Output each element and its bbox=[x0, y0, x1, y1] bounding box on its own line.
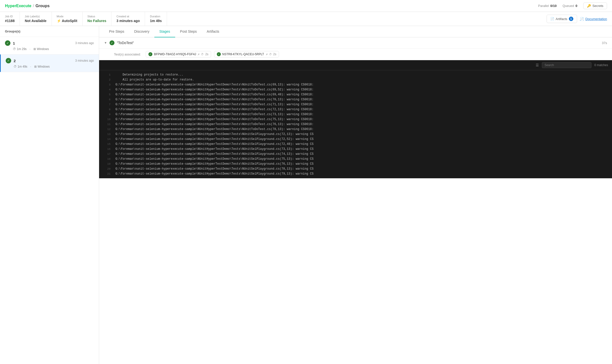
tab-post-steps[interactable]: Post Steps bbox=[175, 26, 202, 37]
log-line: 9G:\foreman\nunit-selenium-hyperexecute-… bbox=[99, 112, 612, 117]
tab-discovery[interactable]: Discovery bbox=[129, 26, 154, 37]
group-number-1: 1 bbox=[13, 41, 15, 45]
log-line-num: 20 bbox=[103, 167, 111, 171]
log-line-num: 7 bbox=[103, 102, 111, 107]
test-id-1: BFPWD-T8AOZ-HY6Q5-FGF4J bbox=[154, 52, 196, 56]
log-line-text: All projects are up-to-date for restore. bbox=[115, 78, 194, 82]
artifacts-button[interactable]: 📄 Artifacts 1 bbox=[547, 15, 577, 23]
mode-value: ⚡ AutoSplit bbox=[57, 19, 77, 23]
log-line: 16G:\foreman\nunit-selenium-hyperexecute… bbox=[99, 147, 612, 152]
groups-link[interactable]: Groups bbox=[35, 4, 50, 8]
created-at-cell: Created at 3 minutes ago bbox=[116, 12, 145, 26]
tab-stages[interactable]: Stages bbox=[154, 26, 175, 37]
log-line-num: 18 bbox=[103, 157, 111, 161]
chevron-down-icon[interactable]: ▼ bbox=[104, 41, 107, 45]
test-badge-2[interactable]: ✓ NSTR8-KTKYL-QACEU-5RPLT ↗ ⏱ 2s bbox=[214, 51, 279, 57]
log-line-num: 6 bbox=[103, 97, 111, 102]
queued-stat: Queued 0 bbox=[562, 4, 577, 8]
log-line-text: G:\foreman\nunit-selenium-hyperexecute-s… bbox=[115, 127, 313, 131]
job-id-label: Job ID bbox=[5, 15, 15, 18]
clock-icon-1: ⏱ bbox=[13, 47, 16, 51]
log-lines-icon: ☰ bbox=[536, 63, 539, 67]
log-line: 15G:\foreman\nunit-selenium-hyperexecute… bbox=[99, 142, 612, 147]
status-label: Status bbox=[87, 15, 106, 18]
status-cell: Status No Failures bbox=[87, 12, 111, 26]
group-check-1: ✓ bbox=[5, 40, 10, 46]
documentation-button[interactable]: 📄 Documentation bbox=[580, 17, 607, 21]
windows-icon-2: ⊞ bbox=[34, 65, 37, 68]
log-line-num: 3 bbox=[103, 82, 111, 87]
test-badge-1[interactable]: ✓ BFPWD-T8AOZ-HY6Q5-FGF4J ↗ ⏱ 2s bbox=[146, 51, 211, 57]
stage-name: "ToDoTest" bbox=[117, 41, 134, 45]
tab-pre-steps[interactable]: Pre Steps bbox=[104, 26, 129, 37]
log-line: 17G:\foreman\nunit-selenium-hyperexecute… bbox=[99, 152, 612, 156]
log-line-text: G:\foreman\nunit-selenium-hyperexecute-s… bbox=[115, 122, 313, 127]
group-duration-2: ⏱ 1m 49s bbox=[14, 65, 27, 68]
job-info-bar: Job ID #1188 Job Label(s) Not Available … bbox=[0, 12, 612, 26]
hyperexecute-link[interactable]: HyperExecute bbox=[5, 4, 31, 8]
test-duration-1: 2s bbox=[205, 52, 208, 56]
parallel-value: 0/10 bbox=[550, 4, 556, 8]
log-line: 19G:\foreman\nunit-selenium-hyperexecute… bbox=[99, 161, 612, 166]
log-line-num: 2 bbox=[103, 78, 111, 82]
log-line-num: 1 bbox=[103, 73, 111, 77]
log-line: 5G:\foreman\nunit-selenium-hyperexecute-… bbox=[99, 92, 612, 97]
queued-value: 0 bbox=[576, 4, 577, 8]
secrets-button[interactable]: 🔑 Secrets bbox=[583, 2, 607, 9]
job-id-value: #1188 bbox=[5, 19, 15, 23]
autosplit-icon: ⚡ bbox=[57, 19, 61, 23]
log-line: 12G:\foreman\nunit-selenium-hyperexecute… bbox=[99, 127, 612, 132]
tests-label: Test(s) associated: bbox=[114, 52, 141, 56]
log-line-text: G:\foreman\nunit-selenium-hyperexecute-s… bbox=[115, 162, 313, 166]
documentation-label: Documentation bbox=[585, 17, 607, 21]
log-line-num: 13 bbox=[103, 132, 111, 136]
stage-row: ▼ ✓ "ToDoTest" 37s bbox=[99, 37, 612, 49]
mode-cell: Mode ⚡ AutoSplit bbox=[57, 12, 83, 26]
key-icon: 🔑 bbox=[587, 4, 591, 8]
stage-check: ✓ bbox=[110, 40, 114, 45]
top-header: HyperExecute / Groups Parallel 0/10 Queu… bbox=[0, 0, 612, 12]
log-line-text: G:\foreman\nunit-selenium-hyperexecute-s… bbox=[115, 117, 313, 122]
group-platform-1: ⊞ Windows bbox=[33, 47, 49, 51]
log-line: 1 Determining projects to restore... bbox=[99, 72, 612, 77]
tab-artifacts[interactable]: Artifacts bbox=[202, 26, 224, 37]
log-search-input[interactable] bbox=[542, 62, 591, 68]
log-line-text: G:\foreman\nunit-selenium-hyperexecute-s… bbox=[115, 82, 313, 87]
log-line: 20G:\foreman\nunit-selenium-hyperexecute… bbox=[99, 166, 612, 171]
mode-label: Mode bbox=[57, 15, 77, 18]
secrets-label: Secrets bbox=[592, 4, 603, 8]
log-line-text: G:\foreman\nunit-selenium-hyperexecute-s… bbox=[115, 107, 313, 112]
group-item-1[interactable]: ✓ 1 3 minutes ago ⏱ 1m 29s · ⊞ Windows bbox=[0, 37, 99, 54]
header-right: Parallel 0/10 Queued 0 🔑 Secrets bbox=[538, 2, 607, 9]
test-check-2: ✓ bbox=[217, 52, 221, 56]
external-link-icon-2: ↗ bbox=[266, 53, 268, 56]
parallel-stat: Parallel 0/10 bbox=[538, 4, 557, 8]
log-line: 7G:\foreman\nunit-selenium-hyperexecute-… bbox=[99, 102, 612, 107]
log-panel: ☰ 0 matches 1 Determining projects to re… bbox=[99, 60, 612, 178]
clock-icon-2: ⏱ bbox=[14, 65, 17, 68]
log-line: 8G:\foreman\nunit-selenium-hyperexecute-… bbox=[99, 107, 612, 112]
log-line-num: 17 bbox=[103, 152, 111, 156]
group-platform-2: ⊞ Windows bbox=[34, 65, 50, 68]
log-line-num: 11 bbox=[103, 122, 111, 127]
external-link-icon-1: ↗ bbox=[197, 53, 199, 56]
group-number-2: 2 bbox=[14, 59, 16, 63]
group-meta-2: ⏱ 1m 49s · ⊞ Windows bbox=[14, 65, 94, 68]
log-line-text: G:\foreman\nunit-selenium-hyperexecute-s… bbox=[115, 172, 313, 176]
log-line-text: G:\foreman\nunit-selenium-hyperexecute-s… bbox=[115, 157, 313, 161]
log-content: 1 Determining projects to restore...2 Al… bbox=[99, 70, 612, 178]
duration-value: 1m 49s bbox=[150, 19, 162, 23]
artifacts-count: 1 bbox=[569, 17, 573, 21]
test-check-1: ✓ bbox=[148, 52, 152, 56]
log-line-text: G:\foreman\nunit-selenium-hyperexecute-s… bbox=[115, 147, 313, 151]
queued-label: Queued bbox=[562, 4, 574, 8]
job-label-value: Not Available bbox=[25, 19, 47, 23]
breadcrumb: HyperExecute / Groups bbox=[5, 4, 50, 8]
stage-content: ▼ ✓ "ToDoTest" 37s Test(s) associated: ✓… bbox=[99, 37, 612, 364]
log-line-num: 5 bbox=[103, 92, 111, 97]
clock-icon-test-2: ⏱ bbox=[269, 53, 272, 56]
duration-label: Duration bbox=[150, 15, 162, 18]
group-item-2[interactable]: ✓ 2 3 minutes ago ⏱ 1m 49s · ⊞ Windows bbox=[0, 54, 99, 72]
group-time-ago-1: 3 minutes ago bbox=[75, 41, 94, 45]
log-line-text: G:\foreman\nunit-selenium-hyperexecute-s… bbox=[115, 137, 313, 141]
